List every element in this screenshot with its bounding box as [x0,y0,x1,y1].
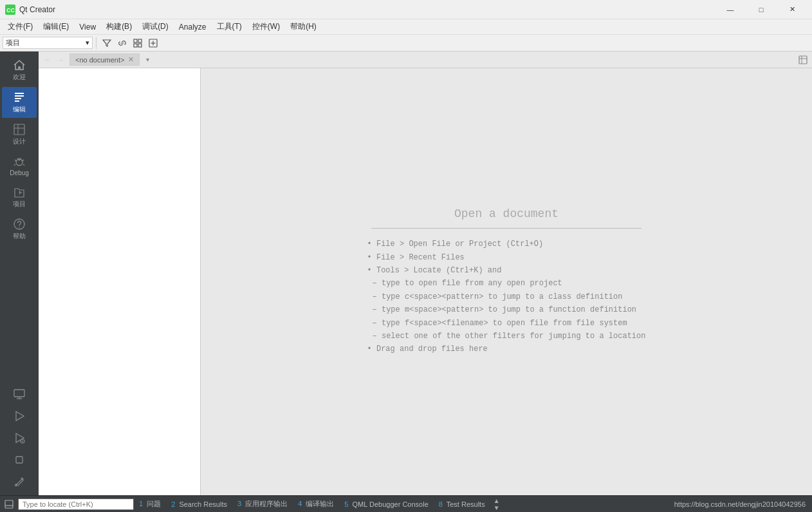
bottom-tab-test-results[interactable]: 8 Test Results [434,499,490,509]
home-icon [13,59,26,71]
tab-app-output-num: 3 [237,500,241,507]
project-label: 项目 [6,38,20,48]
sidebar-item-design[interactable]: 设计 [2,119,37,150]
filter-button[interactable] [100,36,114,50]
list-item-text: type c<space><pattern> to jump to a clas… [382,292,622,301]
svg-rect-3 [138,39,142,43]
menu-analyze[interactable]: Analyze [174,21,212,33]
sidebar-item-welcome[interactable]: 欢迎 [2,55,37,86]
monitor-icon [13,388,26,401]
doc-tab-expand-button[interactable] [797,53,809,66]
window-controls: — □ ✕ [715,0,807,19]
sidebar-build-button[interactable] [2,471,37,492]
sidebar-stop-button[interactable] [2,450,37,470]
bottom-tab-issues[interactable]: 1 问题 [134,498,166,510]
svg-rect-32 [799,56,807,64]
svg-line-18 [23,160,24,161]
list-item: Drag and drop files here [367,343,646,356]
list-item-text: Tools > Locate (Ctrl+K) and [376,266,501,275]
list-sub-item: type m<space><pattern> to jump to a func… [367,303,646,316]
sidebar-design-label: 设计 [13,137,26,146]
menu-help[interactable]: 帮助(H) [285,20,322,33]
left-bottom-controls [2,383,37,495]
content-area: ← → <no document> ✕ ▾ [39,52,812,495]
sidebar-welcome-label: 欢迎 [13,73,26,82]
debug-icon [13,155,26,168]
list-item: Tools > Locate (Ctrl+K) and [367,264,646,277]
run-icon [13,410,26,422]
add-button[interactable] [146,36,160,50]
doc-tab-close-button[interactable]: ✕ [128,55,134,64]
svg-rect-4 [134,44,137,47]
svg-rect-2 [134,39,137,43]
main-layout: 欢迎 编辑 设计 [0,52,812,495]
doc-tab-bar: ← → <no document> ✕ ▾ [39,52,812,68]
sidebar-item-project[interactable]: 项目 [2,182,37,213]
sidebar-monitor-button[interactable] [2,384,37,404]
list-item-text: type to open file from any open project [382,279,562,288]
menu-view[interactable]: View [74,21,101,33]
list-sub-item: type c<space><pattern> to jump to a clas… [367,290,646,303]
title-bar: CC Qt Creator — □ ✕ [0,0,812,19]
svg-rect-12 [15,100,19,102]
side-panel [39,68,201,495]
bottom-tab-qml-debugger[interactable]: 5 QML Debugger Console [339,499,433,509]
locate-input[interactable] [18,498,134,510]
menu-build[interactable]: 构建(B) [101,20,137,33]
help-icon [13,218,26,231]
menu-widgets[interactable]: 控件(W) [247,20,285,33]
doc-tab-dropdown[interactable]: ▾ [142,53,152,66]
bottom-tab-search-results[interactable]: 2 Search Results [166,499,232,509]
tab-issues-label: 问题 [147,500,161,507]
app-logo: CC [5,5,15,15]
project-selector[interactable]: 项目 ▾ [3,37,93,49]
tab-compile-label: 编译输出 [306,500,334,507]
stop-icon [13,453,26,466]
svg-rect-10 [15,95,24,97]
expand-all-button[interactable] [131,36,145,50]
link-button[interactable] [115,36,129,50]
menu-debug[interactable]: 调试(D) [137,20,174,33]
svg-rect-30 [16,457,23,463]
list-item-text: select one of the other filters for jump… [382,332,645,341]
sidebar-run-button[interactable] [2,406,37,426]
svg-rect-11 [15,98,21,99]
menu-file[interactable]: 文件(F) [3,20,38,33]
tab-test-num: 8 [439,500,443,508]
list-item-text: type m<space><pattern> to jump to a func… [382,305,636,314]
list-item-text: File > Open File or Project (Ctrl+O) [376,240,543,249]
status-url: https://blog.csdn.net/dengjin20104042956 [674,500,806,508]
minimize-button[interactable]: — [715,0,745,19]
list-item-text: Drag and drop files here [376,345,488,354]
sidebar-help-label: 帮助 [13,232,26,241]
tab-test-label: Test Results [447,500,485,508]
sidebar-item-debug[interactable]: Debug [2,151,37,180]
run-debug-icon [13,431,26,444]
tab-qml-label: QML Debugger Console [353,500,429,508]
maximize-button[interactable]: □ [746,0,776,19]
close-button[interactable]: ✕ [777,0,807,19]
bottom-tab-app-output[interactable]: 3 应用程序输出 [232,498,293,510]
bottom-tab-compile-output[interactable]: 4 编译输出 [293,498,339,510]
open-doc-divider [371,228,641,229]
menu-edit[interactable]: 编辑(E) [38,20,74,33]
bottom-tabs-arrow[interactable]: ▲▼ [490,498,503,511]
sidebar-run2-button[interactable] [2,428,37,448]
edit-icon [13,91,26,104]
svg-rect-35 [5,500,13,508]
bottom-panel-toggle[interactable] [3,498,15,511]
menu-tools[interactable]: 工具(T) [212,20,247,33]
forward-button[interactable]: → [54,53,67,66]
sidebar-item-edit[interactable]: 编辑 [2,87,37,118]
list-item: File > Open File or Project (Ctrl+O) [367,238,646,251]
tab-qml-num: 5 [344,500,348,508]
tab-issues-num: 1 [139,500,143,507]
svg-rect-13 [14,124,24,135]
list-sub-item: type f<space><filename> to open file fro… [367,317,646,330]
sidebar-item-help[interactable]: 帮助 [2,214,37,245]
back-button[interactable]: ← [41,53,54,66]
list-item-text: File > Recent Files [376,253,465,262]
doc-tab[interactable]: <no document> ✕ [69,53,140,66]
left-sidebar: 欢迎 编辑 设计 [0,52,39,495]
project-icon [13,185,26,198]
